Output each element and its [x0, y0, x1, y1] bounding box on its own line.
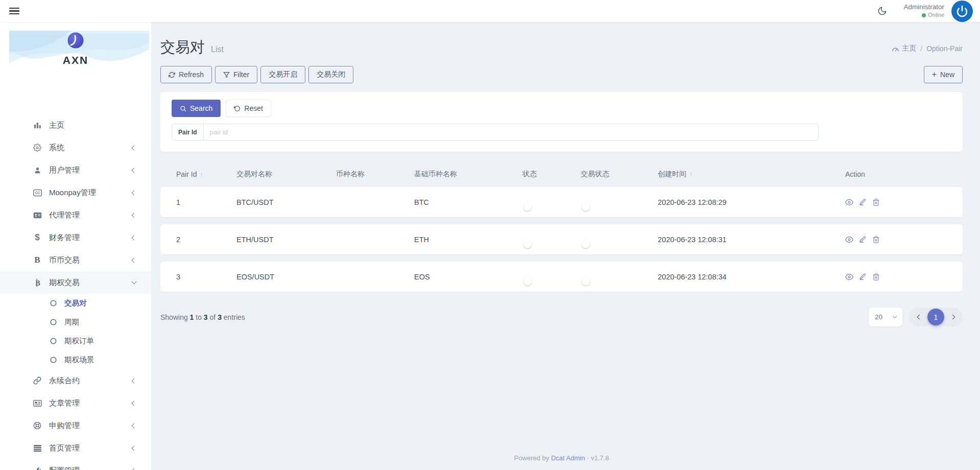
chevron-left-icon — [132, 213, 137, 218]
brand-logo[interactable]: AXN — [0, 32, 151, 66]
sidebar-toggle-icon[interactable] — [9, 8, 19, 15]
column-header-pair-id[interactable]: Pair Id↑ — [160, 170, 236, 178]
moon-icon — [877, 6, 887, 16]
edit-icon[interactable] — [859, 236, 867, 243]
footer-powered-text: Powered by — [514, 454, 549, 462]
prev-page-button[interactable] — [912, 310, 926, 324]
cell-actions — [845, 236, 963, 244]
column-header-base-coin-name: 基础币种名称 — [414, 170, 522, 179]
cell-pair-name: ETH/USDT — [236, 236, 336, 244]
sidebar-item-label: 期权交易 — [49, 278, 80, 288]
sidebar-item-perpetual[interactable]: 永续合约 — [0, 369, 151, 392]
sidebar-item-label: 系统 — [49, 143, 64, 153]
dashboard-gauge-icon — [892, 45, 899, 52]
delete-icon[interactable] — [872, 273, 880, 281]
refresh-button[interactable]: Refresh — [160, 66, 212, 83]
sidebar-subitem-option-scenes[interactable]: 期权场景 — [0, 350, 151, 369]
sort-arrow-icon[interactable]: ↑ — [689, 171, 692, 178]
sidebar-item-subscription[interactable]: 申购管理 — [0, 414, 151, 437]
filter-button[interactable]: Filter — [215, 66, 257, 83]
column-header-coin-name: 币种名称 — [336, 170, 414, 179]
pair-id-input[interactable] — [204, 124, 818, 140]
sidebar-item-moonpay[interactable]: CC Moonpay管理 — [0, 181, 151, 204]
cell-pair-id: 2 — [160, 236, 236, 244]
chevron-left-icon — [132, 190, 137, 195]
page-size-select[interactable]: 20 — [869, 308, 902, 326]
sidebar-item-agents[interactable]: 代理管理 — [0, 204, 151, 226]
sidebar-subitem-pairs[interactable]: 交易对 — [0, 294, 151, 313]
chevron-left-icon — [132, 401, 137, 406]
cell-base-coin: BTC — [414, 198, 522, 206]
chevron-left-icon — [132, 257, 137, 263]
id-card-icon — [32, 212, 43, 219]
sidebar-subitem-option-orders[interactable]: 期权订单 — [0, 332, 151, 350]
sidebar-item-label: 主页 — [49, 121, 64, 130]
sidebar-item-articles[interactable]: 文章管理 — [0, 392, 151, 414]
trade-close-button[interactable]: 交易关闭 — [308, 66, 353, 83]
plus-icon: + — [932, 70, 937, 79]
sidebar-item-users[interactable]: 用户管理 — [0, 159, 151, 181]
column-header-status: 状态 — [522, 170, 581, 179]
trade-open-button[interactable]: 交易开启 — [260, 66, 305, 83]
breadcrumb: 主页 / Option-Pair — [892, 44, 963, 53]
gear-icon — [32, 144, 43, 152]
power-icon — [956, 5, 968, 17]
column-header-trade-status: 交易状态 — [581, 170, 658, 179]
page-subtitle: List — [211, 45, 224, 54]
sort-arrow-icon[interactable]: ↑ — [200, 171, 203, 178]
sidebar-item-option-trade[interactable]: B 期权交易 — [0, 271, 151, 294]
sidebar-item-home[interactable]: 主页 — [0, 114, 151, 136]
sidebar-subitem-label: 期权场景 — [64, 355, 94, 365]
user-icon — [32, 167, 43, 174]
avatar[interactable] — [951, 1, 973, 22]
breadcrumb-home-link[interactable]: 主页 — [892, 44, 916, 53]
user-info[interactable]: Administrator Online — [903, 3, 944, 19]
view-icon[interactable] — [845, 273, 853, 281]
dark-mode-toggle[interactable] — [877, 6, 887, 16]
bitcoin-icon: B — [32, 278, 43, 287]
new-button[interactable]: + New — [924, 66, 963, 83]
page-controls: 1 — [909, 308, 963, 326]
reset-button[interactable]: Reset — [226, 100, 271, 117]
breadcrumb-home-label: 主页 — [902, 44, 916, 53]
cell-pair-id: 3 — [160, 273, 236, 281]
sidebar-item-label: 用户管理 — [49, 166, 80, 175]
sidebar-item-spot-trade[interactable]: B 币币交易 — [0, 249, 151, 271]
search-button[interactable]: Search — [172, 100, 221, 117]
sidebar: AXN 主页 系统 用户管理 CC Moonpay — [0, 0, 151, 470]
footer: Powered by Dcat Admin · v1.7.8 — [160, 454, 963, 462]
sidebar-item-label: 财务管理 — [49, 233, 80, 243]
delete-icon[interactable] — [872, 198, 880, 206]
sidebar-item-config[interactable]: 配置管理 — [0, 459, 151, 470]
view-icon[interactable] — [845, 198, 853, 206]
toggle-knob — [523, 203, 532, 211]
link-icon — [32, 377, 43, 385]
search-panel: Search Reset Pair Id — [160, 92, 963, 152]
sidebar-menu: 主页 系统 用户管理 CC Moonpay管理 — [0, 114, 151, 470]
chevron-left-icon — [132, 145, 137, 150]
sidebar-item-label: 永续合约 — [49, 376, 80, 386]
main-content: 交易对 List 主页 / Option-Pair Refresh Filter… — [151, 22, 980, 470]
next-page-button[interactable] — [945, 310, 960, 324]
current-page-button[interactable]: 1 — [927, 309, 944, 325]
online-status-dot — [922, 13, 926, 17]
cell-base-coin: EOS — [414, 273, 522, 281]
cell-pair-id: 1 — [160, 198, 236, 206]
dollar-icon: $ — [32, 232, 43, 243]
sidebar-item-finance[interactable]: $ 财务管理 — [0, 226, 151, 249]
edit-icon[interactable] — [859, 198, 867, 206]
footer-brand-link[interactable]: Dcat Admin — [551, 454, 585, 462]
delete-icon[interactable] — [872, 236, 880, 244]
view-icon[interactable] — [845, 236, 853, 244]
sidebar-item-system[interactable]: 系统 — [0, 136, 151, 159]
chevron-right-icon — [950, 315, 955, 320]
column-header-created-at[interactable]: 创建时间↑ — [658, 170, 845, 179]
sidebar-item-homepage[interactable]: 首页管理 — [0, 437, 151, 459]
sidebar-subitem-periods[interactable]: 周期 — [0, 313, 151, 332]
breadcrumb-current: Option-Pair — [926, 44, 963, 53]
search-label: Search — [190, 104, 212, 112]
letter-b-icon: B — [32, 255, 43, 265]
edit-icon[interactable] — [859, 273, 867, 280]
toggle-knob — [523, 277, 532, 286]
sidebar-item-label: Moonpay管理 — [49, 188, 96, 198]
